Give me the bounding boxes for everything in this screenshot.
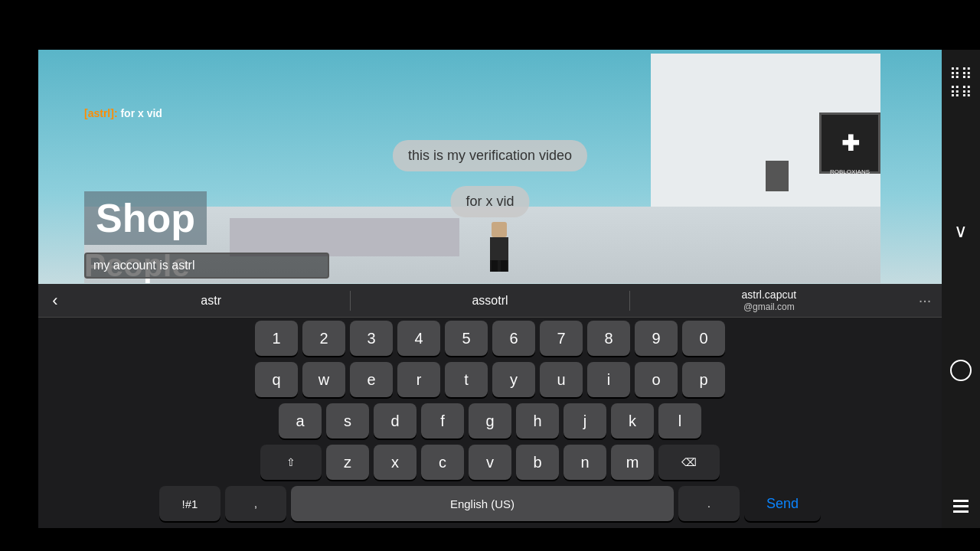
right-panel: ⠿⠿⠿⠿ ∨ xyxy=(942,50,980,528)
key-q[interactable]: q xyxy=(255,362,298,397)
key-w[interactable]: w xyxy=(302,362,345,397)
row-qwerty: q w e r t y u i o p xyxy=(41,362,939,397)
room-counter xyxy=(230,218,459,256)
key-7[interactable]: 7 xyxy=(540,321,583,356)
key-s[interactable]: s xyxy=(326,403,369,439)
autocomplete-bar: ‹ astr assotrl astrl.capcut @gmail.com ·… xyxy=(38,284,942,318)
bottom-row: !#1 , English (US) . Send xyxy=(41,486,939,521)
key-g[interactable]: g xyxy=(469,403,511,439)
dots-grid-icon[interactable]: ⠿⠿⠿⠿ xyxy=(949,65,972,102)
char-head xyxy=(492,222,507,237)
chat-preview-message: for x vid xyxy=(120,107,162,119)
key-4[interactable]: 4 xyxy=(397,321,440,356)
key-v[interactable]: v xyxy=(469,445,511,480)
char-body xyxy=(490,237,508,260)
key-8[interactable]: 8 xyxy=(587,321,630,356)
autocomplete-email-name: astrl.capcut xyxy=(742,289,797,302)
key-f[interactable]: f xyxy=(421,403,464,439)
char-leg-left xyxy=(492,260,498,272)
key-y[interactable]: y xyxy=(492,362,535,397)
bottom-bar xyxy=(0,528,980,551)
key-b[interactable]: b xyxy=(516,445,559,480)
key-k[interactable]: k xyxy=(611,403,654,439)
key-h[interactable]: h xyxy=(516,403,559,439)
key-r[interactable]: r xyxy=(397,362,440,397)
key-i[interactable]: i xyxy=(587,362,630,397)
autocomplete-more-button[interactable]: ··· xyxy=(908,284,942,318)
backspace-key[interactable]: ⌫ xyxy=(658,445,720,480)
keyboard-rows: 1 2 3 4 5 6 7 8 9 0 q w e r t y u i o p … xyxy=(38,318,942,521)
key-n[interactable]: n xyxy=(564,445,606,480)
key-z[interactable]: z xyxy=(326,445,369,480)
top-bar xyxy=(0,0,980,50)
roblox-label: ROBLOXIANS xyxy=(819,168,880,175)
shop-label: Shop xyxy=(84,191,207,245)
key-c[interactable]: c xyxy=(421,445,464,480)
chat-input-display[interactable]: my account is astrl xyxy=(84,253,329,279)
key-d[interactable]: d xyxy=(374,403,416,439)
chevron-down-icon[interactable]: ∨ xyxy=(954,220,968,242)
chat-username: [astrl]: for x vid xyxy=(84,107,162,119)
key-9[interactable]: 9 xyxy=(635,321,678,356)
shift-key[interactable]: ⇧ xyxy=(260,445,322,480)
row-asdf: a s d f g h j k l xyxy=(41,403,939,439)
key-6[interactable]: 6 xyxy=(492,321,535,356)
autocomplete-items: astr assotrl astrl.capcut @gmail.com xyxy=(72,285,908,315)
menu-lines-icon[interactable] xyxy=(953,500,969,513)
roblox-cross-icon: ✚ xyxy=(841,131,859,156)
char-legs xyxy=(490,260,508,272)
autocomplete-back-button[interactable]: ‹ xyxy=(38,284,72,318)
key-u[interactable]: u xyxy=(540,362,583,397)
autocomplete-email-address: @gmail.com xyxy=(743,302,795,312)
wall-sign xyxy=(766,161,789,191)
key-0[interactable]: 0 xyxy=(682,321,725,356)
key-p[interactable]: p xyxy=(682,362,725,397)
key-5[interactable]: 5 xyxy=(445,321,488,356)
autocomplete-option-1[interactable]: astr xyxy=(72,291,351,311)
roblox-sign: ✚ xyxy=(819,112,880,174)
period-key[interactable]: . xyxy=(678,486,740,521)
key-t[interactable]: t xyxy=(445,362,488,397)
autocomplete-option-3[interactable]: astrl.capcut @gmail.com xyxy=(630,285,908,315)
key-m[interactable]: m xyxy=(611,445,654,480)
number-row: 1 2 3 4 5 6 7 8 9 0 xyxy=(41,321,939,356)
key-1[interactable]: 1 xyxy=(255,321,298,356)
chat-bubble-1: this is my verification video xyxy=(393,140,587,171)
key-l[interactable]: l xyxy=(658,403,701,439)
row-zxcvbnm: ⇧ z x c v b n m ⌫ xyxy=(41,445,939,480)
key-3[interactable]: 3 xyxy=(350,321,393,356)
key-x[interactable]: x xyxy=(374,445,416,480)
left-panel xyxy=(0,50,38,528)
keyboard-container: ‹ astr assotrl astrl.capcut @gmail.com ·… xyxy=(38,284,942,528)
key-2[interactable]: 2 xyxy=(302,321,345,356)
circle-icon[interactable] xyxy=(950,360,972,381)
key-o[interactable]: o xyxy=(635,362,678,397)
line-1 xyxy=(953,500,969,502)
player-character xyxy=(484,222,514,268)
key-a[interactable]: a xyxy=(279,403,322,439)
send-key[interactable]: Send xyxy=(744,486,821,521)
key-e[interactable]: e xyxy=(350,362,393,397)
comma-key[interactable]: , xyxy=(225,486,286,521)
username-tag: [astrl]: xyxy=(84,107,118,119)
symbols-key[interactable]: !#1 xyxy=(159,486,220,521)
space-key[interactable]: English (US) xyxy=(291,486,674,521)
char-leg-right xyxy=(501,260,507,272)
line-3 xyxy=(953,510,969,513)
key-j[interactable]: j xyxy=(564,403,606,439)
chat-bubble-2: for x vid xyxy=(450,186,529,217)
line-2 xyxy=(953,505,969,507)
autocomplete-option-2[interactable]: assotrl xyxy=(351,291,629,311)
